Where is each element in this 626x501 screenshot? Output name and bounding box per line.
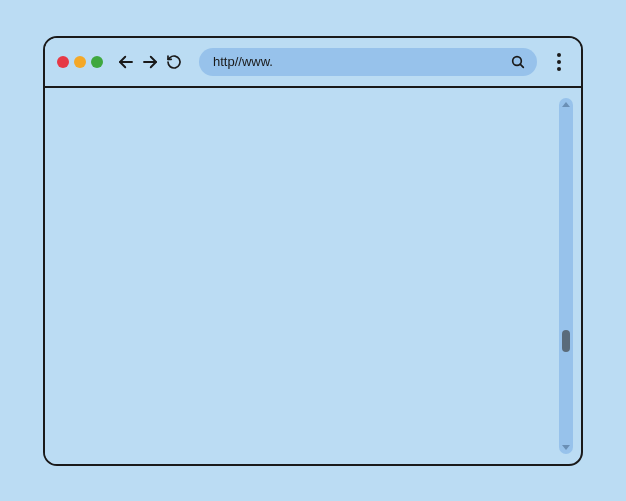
navigation-buttons — [115, 51, 185, 73]
url-input[interactable] — [213, 54, 509, 69]
menu-button[interactable] — [549, 50, 569, 74]
reload-button[interactable] — [163, 51, 185, 73]
svg-line-3 — [520, 64, 523, 67]
content-area — [45, 88, 581, 464]
back-button[interactable] — [115, 51, 137, 73]
browser-window — [43, 36, 583, 466]
vertical-scrollbar[interactable] — [559, 98, 573, 454]
search-icon — [510, 54, 526, 70]
scrollbar-track[interactable] — [559, 107, 573, 445]
arrow-right-icon — [141, 53, 159, 71]
kebab-menu-icon — [557, 53, 561, 57]
search-button[interactable] — [509, 53, 527, 71]
close-window-button[interactable] — [57, 56, 69, 68]
forward-button[interactable] — [139, 51, 161, 73]
reload-icon — [166, 54, 182, 70]
minimize-window-button[interactable] — [74, 56, 86, 68]
scroll-down-button[interactable] — [562, 445, 570, 450]
browser-toolbar — [45, 38, 581, 88]
window-controls — [57, 56, 103, 68]
viewport — [45, 88, 559, 464]
maximize-window-button[interactable] — [91, 56, 103, 68]
scrollbar-thumb[interactable] — [562, 330, 570, 352]
address-bar[interactable] — [199, 48, 537, 76]
arrow-left-icon — [117, 53, 135, 71]
